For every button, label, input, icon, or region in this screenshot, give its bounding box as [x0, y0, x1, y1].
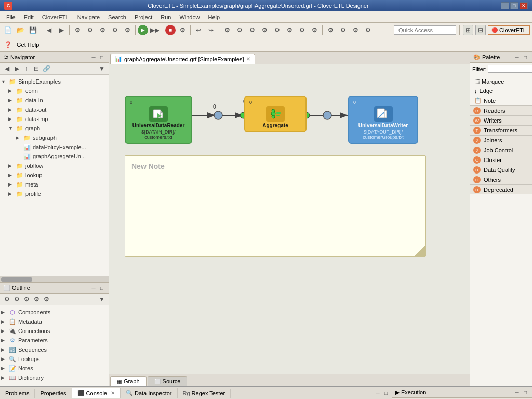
console-tab-data-inspector[interactable]: 🔍 Data Inspector: [121, 388, 178, 398]
menu-search[interactable]: Search: [104, 13, 130, 21]
palette-category-data-quality[interactable]: D Data Quality: [470, 165, 532, 175]
tb-btn11[interactable]: ⚙: [246, 24, 258, 36]
console-tab-close-icon[interactable]: ✕: [111, 390, 115, 396]
tb-btn2[interactable]: ⚙: [84, 24, 96, 36]
tb-btn4[interactable]: ⚙: [109, 24, 121, 36]
palette-category-job-control[interactable]: J Job Control: [470, 145, 532, 155]
palette-minimize-btn[interactable]: ─: [513, 54, 521, 61]
tb-open[interactable]: 📂: [15, 24, 26, 36]
nav-item-meta[interactable]: ▶ 📁 meta: [0, 180, 109, 189]
tb-run2[interactable]: ▶▶: [149, 24, 161, 36]
tb-btn8[interactable]: ↪: [205, 24, 217, 36]
nav-collapse-btn[interactable]: ⊟: [32, 64, 41, 73]
editor-tab-graph[interactable]: 📊 graphAggregateUnsorted.grf [SimpleExam…: [110, 54, 255, 64]
palette-category-readers[interactable]: R Readers: [470, 105, 532, 115]
menu-file[interactable]: File: [2, 13, 20, 21]
menu-cloveretl[interactable]: CloverETL: [38, 13, 73, 21]
cloveretl-logo-btn[interactable]: 🔴 CloverETL: [488, 25, 530, 35]
nav-item-conn[interactable]: ▶ 📁 conn: [0, 86, 109, 96]
nav-item-data-in[interactable]: ▶ 📁 data-in: [0, 96, 109, 105]
tab-source[interactable]: ⬜ Source: [148, 376, 188, 386]
palette-category-writers[interactable]: W Writers: [470, 115, 532, 125]
console-minimize-btn[interactable]: ─: [374, 390, 381, 397]
nav-item-data-out[interactable]: ▶ 📁 data-out: [0, 105, 109, 114]
tb-btn17[interactable]: ⚙: [325, 24, 336, 36]
palette-category-cluster[interactable]: C Cluster: [470, 155, 532, 165]
node-writer[interactable]: 0 UniversalDataWriter: [348, 96, 418, 144]
palette-maximize-btn[interactable]: □: [522, 54, 529, 61]
nav-item-graph[interactable]: ▼ 📁 graph: [0, 124, 109, 133]
nav-item-graphaggregate[interactable]: ▶ 📊 graphAggregateUn...: [0, 152, 109, 161]
console-tab-problems[interactable]: Problems: [0, 389, 35, 398]
tb-btn3[interactable]: ⚙: [97, 24, 108, 36]
nav-hscroll[interactable]: [0, 276, 109, 282]
tb-btn14[interactable]: ⚙: [284, 24, 295, 36]
palette-note[interactable]: 📋 Note: [470, 96, 532, 105]
nav-back-btn[interactable]: ◀: [2, 64, 11, 73]
outline-btn4[interactable]: ⚙: [32, 295, 41, 304]
quick-access-input[interactable]: [394, 25, 456, 35]
outline-item-metadata[interactable]: ▶ 📋 Metadata: [0, 317, 109, 326]
outline-item-lookups[interactable]: ▶ 🔍 Lookups: [0, 354, 109, 364]
console-maximize-btn[interactable]: □: [382, 390, 390, 397]
help-icon[interactable]: ❓: [2, 39, 14, 50]
tb-save[interactable]: 💾: [27, 24, 38, 36]
palette-marquee[interactable]: ⬚ Marquee: [470, 76, 532, 86]
outline-item-sequences[interactable]: ▶ 🔢 Sequences: [0, 345, 109, 354]
palette-category-transformers[interactable]: T Transformers: [470, 125, 532, 135]
nav-maximize-btn[interactable]: □: [98, 54, 105, 61]
palette-category-others[interactable]: O Others: [470, 175, 532, 184]
tb-btn5[interactable]: ⚙: [122, 24, 133, 36]
menu-run[interactable]: Run: [156, 13, 175, 21]
tb-back[interactable]: ◀: [43, 24, 55, 36]
nav-item-data-tmp[interactable]: ▶ 📁 data-tmp: [0, 114, 109, 124]
outline-item-dictionary[interactable]: ▶ 📖 Dictionary: [0, 373, 109, 382]
exec-maximize-btn[interactable]: □: [522, 389, 529, 396]
nav-item-profile[interactable]: ▶ 📁 profile: [0, 189, 109, 198]
nav-item-lookup[interactable]: ▶ 📁 lookup: [0, 170, 109, 180]
tb-new[interactable]: 📄: [2, 24, 14, 36]
console-tab-regex-tester[interactable]: Rg Regex Tester: [178, 389, 231, 398]
nav-link-btn[interactable]: 🔗: [42, 64, 51, 73]
node-aggregate[interactable]: 0 Aggregate: [244, 96, 307, 132]
tb-perspective2[interactable]: ⊟: [475, 25, 486, 35]
outline-minimize-btn[interactable]: ─: [90, 284, 97, 291]
canvas-area[interactable]: 0 0 0 0 UniversalDataRea: [109, 64, 470, 374]
outline-btn1[interactable]: ⚙: [2, 295, 11, 304]
stop-button[interactable]: ■: [165, 25, 176, 35]
palette-edge[interactable]: ↓ Edge: [470, 86, 532, 96]
menu-help[interactable]: Help: [204, 13, 224, 21]
nav-forward-btn[interactable]: ▶: [12, 64, 21, 73]
maximize-button[interactable]: □: [510, 2, 518, 9]
outline-maximize-btn[interactable]: □: [98, 284, 105, 291]
menu-window[interactable]: Window: [175, 13, 204, 21]
tab-graph[interactable]: ▦ Graph: [110, 376, 147, 386]
outline-item-parameters[interactable]: ▶ ⚙ Parameters: [0, 336, 109, 345]
outline-item-connections[interactable]: ▶ 🔌 Connections: [0, 326, 109, 336]
outline-item-notes[interactable]: ▶ 📝 Notes: [0, 364, 109, 373]
nav-item-jobflow[interactable]: ▶ 📁 jobflow: [0, 161, 109, 170]
exec-minimize-btn[interactable]: ─: [513, 389, 521, 396]
tb-btn18[interactable]: ⚙: [337, 24, 349, 36]
tb-btn13[interactable]: ⚙: [271, 24, 283, 36]
outline-menu-btn[interactable]: ▼: [97, 295, 107, 304]
outline-btn2[interactable]: ⚙: [12, 295, 21, 304]
tb-btn16[interactable]: ⚙: [309, 24, 320, 36]
menu-navigate[interactable]: Navigate: [73, 13, 104, 21]
note-box[interactable]: New Note: [125, 155, 426, 257]
outline-item-components[interactable]: ▶ ⬡ Components: [0, 308, 109, 317]
menu-project[interactable]: Project: [130, 13, 156, 21]
outline-btn5[interactable]: ⚙: [42, 295, 51, 304]
nav-minimize-btn[interactable]: ─: [90, 54, 97, 61]
console-tab-properties[interactable]: Properties: [35, 389, 72, 398]
nav-menu-btn[interactable]: ▼: [97, 64, 107, 73]
tb-btn15[interactable]: ⚙: [296, 24, 308, 36]
console-tab-console[interactable]: ⬛ Console ✕: [72, 388, 121, 398]
nav-item-subgraph[interactable]: ▶ 📁 subgraph: [0, 133, 109, 142]
tb-btn9[interactable]: ⚙: [221, 24, 233, 36]
tb-btn6[interactable]: ⚙: [177, 24, 188, 36]
tb-forward[interactable]: ▶: [56, 24, 67, 36]
tb-btn1[interactable]: ⚙: [72, 24, 83, 36]
filter-input[interactable]: [488, 65, 533, 73]
nav-up-btn[interactable]: ↑: [22, 64, 31, 73]
